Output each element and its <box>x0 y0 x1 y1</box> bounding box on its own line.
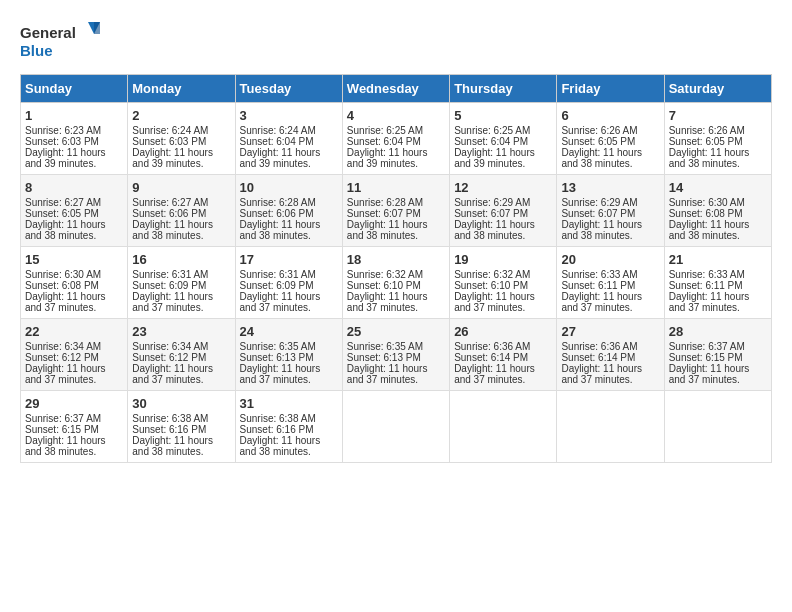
logo: General Blue <box>20 20 100 64</box>
day-info-line: and 37 minutes. <box>347 302 445 313</box>
day-number: 21 <box>669 252 767 267</box>
day-info-line: Sunrise: 6:38 AM <box>240 413 338 424</box>
col-header-friday: Friday <box>557 75 664 103</box>
calendar-day-30: 30Sunrise: 6:38 AMSunset: 6:16 PMDayligh… <box>128 391 235 463</box>
day-info-line: Sunrise: 6:25 AM <box>454 125 552 136</box>
day-info-line: Sunrise: 6:31 AM <box>240 269 338 280</box>
day-info-line: and 39 minutes. <box>240 158 338 169</box>
day-info-line: Sunset: 6:06 PM <box>240 208 338 219</box>
calendar-day-5: 5Sunrise: 6:25 AMSunset: 6:04 PMDaylight… <box>450 103 557 175</box>
day-info-line: Daylight: 11 hours <box>454 147 552 158</box>
day-info-line: and 39 minutes. <box>454 158 552 169</box>
day-info-line: Sunset: 6:14 PM <box>454 352 552 363</box>
day-info-line: Daylight: 11 hours <box>132 219 230 230</box>
day-info-line: Daylight: 11 hours <box>669 363 767 374</box>
day-info-line: Daylight: 11 hours <box>240 363 338 374</box>
day-info-line: and 38 minutes. <box>25 446 123 457</box>
day-info-line: Sunset: 6:05 PM <box>669 136 767 147</box>
day-info-line: Sunrise: 6:26 AM <box>669 125 767 136</box>
calendar-day-2: 2Sunrise: 6:24 AMSunset: 6:03 PMDaylight… <box>128 103 235 175</box>
calendar-day-4: 4Sunrise: 6:25 AMSunset: 6:04 PMDaylight… <box>342 103 449 175</box>
calendar-day-26: 26Sunrise: 6:36 AMSunset: 6:14 PMDayligh… <box>450 319 557 391</box>
day-info-line: Daylight: 11 hours <box>25 291 123 302</box>
day-info-line: and 39 minutes. <box>25 158 123 169</box>
day-info-line: and 37 minutes. <box>25 374 123 385</box>
day-number: 13 <box>561 180 659 195</box>
day-info-line: Sunset: 6:12 PM <box>25 352 123 363</box>
day-info-line: Daylight: 11 hours <box>669 291 767 302</box>
calendar-day-23: 23Sunrise: 6:34 AMSunset: 6:12 PMDayligh… <box>128 319 235 391</box>
day-number: 10 <box>240 180 338 195</box>
day-info-line: Sunset: 6:05 PM <box>561 136 659 147</box>
day-info-line: Sunrise: 6:37 AM <box>25 413 123 424</box>
calendar-day-10: 10Sunrise: 6:28 AMSunset: 6:06 PMDayligh… <box>235 175 342 247</box>
day-info-line: Sunset: 6:08 PM <box>669 208 767 219</box>
day-info-line: and 37 minutes. <box>240 302 338 313</box>
calendar-day-20: 20Sunrise: 6:33 AMSunset: 6:11 PMDayligh… <box>557 247 664 319</box>
day-info-line: Daylight: 11 hours <box>25 147 123 158</box>
day-number: 31 <box>240 396 338 411</box>
calendar-day-3: 3Sunrise: 6:24 AMSunset: 6:04 PMDaylight… <box>235 103 342 175</box>
calendar-day-29: 29Sunrise: 6:37 AMSunset: 6:15 PMDayligh… <box>21 391 128 463</box>
day-number: 24 <box>240 324 338 339</box>
day-info-line: Sunrise: 6:33 AM <box>669 269 767 280</box>
day-info-line: Sunrise: 6:24 AM <box>132 125 230 136</box>
day-info-line: Sunset: 6:08 PM <box>25 280 123 291</box>
day-info-line: Sunset: 6:16 PM <box>132 424 230 435</box>
calendar-day-13: 13Sunrise: 6:29 AMSunset: 6:07 PMDayligh… <box>557 175 664 247</box>
calendar-day-16: 16Sunrise: 6:31 AMSunset: 6:09 PMDayligh… <box>128 247 235 319</box>
calendar-week-2: 8Sunrise: 6:27 AMSunset: 6:05 PMDaylight… <box>21 175 772 247</box>
day-info-line: Sunset: 6:05 PM <box>25 208 123 219</box>
day-info-line: Sunrise: 6:32 AM <box>454 269 552 280</box>
day-number: 8 <box>25 180 123 195</box>
day-info-line: Sunset: 6:12 PM <box>132 352 230 363</box>
day-number: 3 <box>240 108 338 123</box>
day-number: 29 <box>25 396 123 411</box>
day-info-line: Sunset: 6:13 PM <box>347 352 445 363</box>
calendar-empty <box>342 391 449 463</box>
day-info-line: Daylight: 11 hours <box>240 147 338 158</box>
col-header-monday: Monday <box>128 75 235 103</box>
day-info-line: Sunrise: 6:35 AM <box>347 341 445 352</box>
day-info-line: Daylight: 11 hours <box>347 291 445 302</box>
day-info-line: Sunrise: 6:37 AM <box>669 341 767 352</box>
page-header: General Blue <box>20 20 772 64</box>
calendar-day-22: 22Sunrise: 6:34 AMSunset: 6:12 PMDayligh… <box>21 319 128 391</box>
day-info-line: and 38 minutes. <box>561 158 659 169</box>
day-number: 5 <box>454 108 552 123</box>
day-info-line: Daylight: 11 hours <box>454 219 552 230</box>
day-info-line: Sunrise: 6:34 AM <box>25 341 123 352</box>
day-info-line: Sunset: 6:10 PM <box>347 280 445 291</box>
calendar-day-24: 24Sunrise: 6:35 AMSunset: 6:13 PMDayligh… <box>235 319 342 391</box>
day-info-line: and 37 minutes. <box>454 374 552 385</box>
calendar-day-31: 31Sunrise: 6:38 AMSunset: 6:16 PMDayligh… <box>235 391 342 463</box>
day-info-line: Daylight: 11 hours <box>240 291 338 302</box>
day-info-line: Daylight: 11 hours <box>132 147 230 158</box>
day-info-line: and 38 minutes. <box>240 230 338 241</box>
day-number: 11 <box>347 180 445 195</box>
day-number: 12 <box>454 180 552 195</box>
day-info-line: Daylight: 11 hours <box>669 147 767 158</box>
day-info-line: and 38 minutes. <box>347 230 445 241</box>
day-info-line: and 38 minutes. <box>132 446 230 457</box>
day-info-line: Sunset: 6:03 PM <box>132 136 230 147</box>
day-number: 20 <box>561 252 659 267</box>
day-number: 28 <box>669 324 767 339</box>
calendar-day-17: 17Sunrise: 6:31 AMSunset: 6:09 PMDayligh… <box>235 247 342 319</box>
day-info-line: Sunset: 6:07 PM <box>454 208 552 219</box>
day-info-line: Sunrise: 6:30 AM <box>25 269 123 280</box>
day-info-line: Sunset: 6:06 PM <box>132 208 230 219</box>
day-number: 26 <box>454 324 552 339</box>
calendar-week-3: 15Sunrise: 6:30 AMSunset: 6:08 PMDayligh… <box>21 247 772 319</box>
day-info-line: Sunrise: 6:23 AM <box>25 125 123 136</box>
day-info-line: Daylight: 11 hours <box>240 435 338 446</box>
day-info-line: Sunset: 6:07 PM <box>561 208 659 219</box>
day-info-line: Daylight: 11 hours <box>454 291 552 302</box>
day-number: 19 <box>454 252 552 267</box>
calendar-table: SundayMondayTuesdayWednesdayThursdayFrid… <box>20 74 772 463</box>
day-info-line: Daylight: 11 hours <box>25 219 123 230</box>
day-info-line: Daylight: 11 hours <box>669 219 767 230</box>
day-info-line: Sunrise: 6:24 AM <box>240 125 338 136</box>
day-info-line: Sunrise: 6:28 AM <box>347 197 445 208</box>
logo-svg: General Blue <box>20 20 100 64</box>
